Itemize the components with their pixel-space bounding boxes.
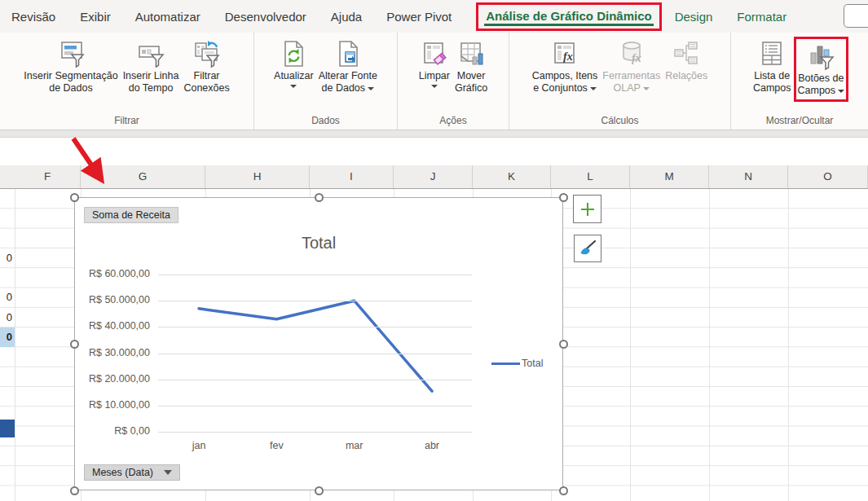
tab-revisao[interactable]: Revisão [11, 10, 55, 24]
refresh-button[interactable]: Atualizar [271, 37, 316, 89]
legend-line-swatch [491, 363, 520, 365]
fields-items-sets-icon: fx [550, 37, 579, 70]
clear-icon [420, 37, 449, 70]
button-label: de Dados [49, 82, 93, 94]
field-list-button[interactable]: Lista de Campos [751, 37, 794, 95]
chart-title[interactable]: Total [75, 234, 562, 253]
insert-timeline-button[interactable]: Inserir Linha do Tempo [121, 37, 182, 95]
dropdown-chevron-icon [431, 85, 438, 88]
tab-analise-de-grafico-dinamico[interactable]: Análise de Gráfico Dinâmico [476, 2, 661, 31]
chart-resize-handle[interactable] [559, 193, 568, 202]
relationships-button: Relações [663, 37, 710, 83]
column-header-M[interactable]: M [630, 165, 709, 188]
button-label: Alterar Fonte [319, 70, 377, 82]
button-label: e Conjuntos [533, 82, 597, 94]
tab-design[interactable]: Design [675, 10, 713, 24]
button-label: do Tempo [129, 82, 174, 94]
button-label: de Dados [322, 82, 375, 94]
x-axis-label: mar [346, 440, 364, 451]
column-header-G[interactable]: G [81, 165, 205, 188]
olap-tools-button: fx Ferramentas OLAP [600, 37, 663, 95]
tab-automatizar[interactable]: Automatizar [135, 10, 200, 24]
change-data-source-button[interactable]: Alterar Fonte de Dados [316, 37, 380, 95]
grid-vline [630, 189, 631, 501]
field-list-icon [757, 37, 786, 70]
grid-vline [788, 189, 789, 501]
button-label: Conexões [183, 82, 229, 94]
ribbon-bottom-band [0, 130, 868, 138]
button-label: Relações [665, 70, 707, 82]
clipped-toolbar-button[interactable] [844, 4, 868, 28]
chart-gridline [158, 380, 472, 380]
button-label: Filtrar [194, 70, 220, 82]
y-axis-label: R$ 40.000,00 [75, 320, 150, 332]
dropdown-chevron-icon [290, 85, 297, 88]
button-label: Limpar [419, 70, 450, 82]
chart-elements-button[interactable] [573, 195, 601, 223]
button-label: Inserir Segmentação [24, 70, 117, 82]
chart-gridline [158, 406, 472, 407]
clipped-cell-value: 0 [0, 288, 15, 307]
tab-desenvolvedor[interactable]: Desenvolvedor [225, 10, 306, 24]
y-axis-label: R$ 50.000,00 [75, 294, 150, 305]
chart-resize-handle[interactable] [315, 193, 324, 202]
column-header-O[interactable]: O [788, 165, 868, 188]
chart-resize-handle[interactable] [559, 340, 568, 349]
axis-field-button-label: Meses (Data) [92, 467, 153, 478]
button-label: Botões de [798, 73, 844, 85]
field-buttons-button[interactable]: Botões de Campos [794, 37, 849, 102]
column-header-K[interactable]: K [473, 165, 551, 188]
clipped-cell-value: 0 [0, 327, 15, 347]
grid-vline [709, 189, 710, 501]
y-axis-label: R$ 10.000,00 [75, 399, 150, 411]
button-label: Mover [457, 70, 486, 82]
group-label-acoes: Ações [398, 115, 509, 130]
chart-resize-handle[interactable] [559, 486, 568, 495]
ribbon-group-mostrar-ocultar: Lista de Campos Botões de Campos Mostrar… [731, 33, 868, 130]
button-label: Campos [798, 85, 845, 97]
ribbon-group-calculos: fx Campos, Itens e Conjuntos fx Ferramen… [509, 33, 731, 130]
legend[interactable]: Total [491, 358, 543, 369]
chart-gridline [158, 432, 472, 433]
column-header-H[interactable]: H [205, 165, 310, 188]
grid-vline [15, 189, 15, 501]
legend-label: Total [522, 358, 543, 369]
chart-resize-handle[interactable] [315, 486, 324, 495]
x-axis-label: fev [270, 440, 284, 451]
chart-resize-handle[interactable] [70, 340, 79, 349]
move-chart-button[interactable]: Mover Gráfico [452, 37, 490, 95]
chart-gridline [158, 327, 472, 327]
dropdown-triangle-icon [164, 470, 172, 475]
chart-styles-button[interactable] [574, 235, 601, 262]
column-header-L[interactable]: L [551, 165, 630, 188]
axis-field-button[interactable]: Meses (Data) [84, 464, 180, 481]
filter-connections-icon [192, 37, 222, 70]
y-axis-label: R$ 0,00 [75, 425, 150, 437]
chart-resize-handle[interactable] [70, 193, 79, 202]
y-axis-label: R$ 20.000,00 [75, 373, 150, 385]
clipped-cell-value: 0 [0, 308, 15, 327]
tab-power-pivot[interactable]: Power Pivot [386, 10, 452, 24]
filter-connections-button[interactable]: Filtrar Conexões [181, 37, 231, 95]
column-header-J[interactable]: J [394, 165, 473, 188]
insert-slicer-button[interactable]: Inserir Segmentação de Dados [21, 37, 120, 95]
column-header-N[interactable]: N [709, 165, 788, 188]
column-header-F[interactable]: F [15, 165, 81, 188]
ribbon-group-dados: Atualizar Alterar Fonte de Dados Dados [254, 33, 398, 130]
clear-button[interactable]: Limpar [416, 37, 452, 89]
tab-exibir[interactable]: Exibir [80, 10, 111, 24]
dropdown-chevron-icon [590, 87, 597, 90]
svg-text:fx: fx [632, 52, 641, 64]
fields-items-sets-button[interactable]: fx Campos, Itens e Conjuntos [530, 37, 601, 95]
paintbrush-icon [579, 240, 597, 257]
chart-resize-handle[interactable] [70, 486, 79, 495]
refresh-icon [279, 37, 308, 70]
column-header-I[interactable]: I [310, 165, 394, 188]
value-field-button[interactable]: Soma de Receita [84, 207, 178, 223]
y-axis-label: R$ 60.000,00 [75, 268, 150, 279]
button-label: Ferramentas [602, 70, 660, 82]
button-label: Gráfico [455, 82, 487, 94]
pivot-chart[interactable]: Soma de Receita Total Total Meses (Data)… [74, 197, 563, 490]
tab-ajuda[interactable]: Ajuda [331, 10, 362, 24]
tab-formatar[interactable]: Formatar [737, 10, 786, 24]
